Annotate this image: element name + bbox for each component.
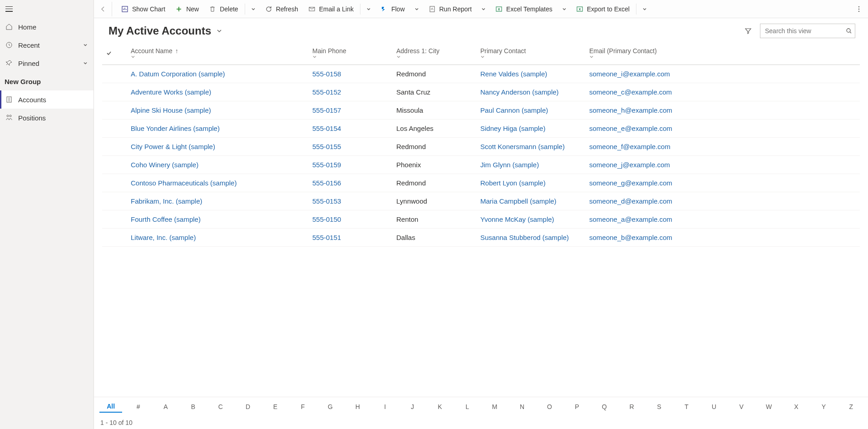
cell-contact[interactable]: Rene Valdes (sample) xyxy=(477,65,586,83)
cell-email[interactable]: someone_h@example.com xyxy=(586,101,860,120)
sidebar-item-pinned[interactable]: Pinned xyxy=(0,54,94,72)
jump-p[interactable]: P xyxy=(566,401,588,412)
table-row[interactable]: Fabrikam, Inc. (sample) 555-0153 Lynnwoo… xyxy=(102,192,860,210)
table-row[interactable]: A. Datum Corporation (sample) 555-0158 R… xyxy=(102,65,860,83)
row-select[interactable] xyxy=(102,65,127,83)
column-header-city[interactable]: Address 1: City xyxy=(393,43,477,65)
cell-contact[interactable]: Jim Glynn (sample) xyxy=(477,156,586,174)
table-row[interactable]: Coho Winery (sample) 555-0159 Phoenix Ji… xyxy=(102,156,860,174)
cell-phone[interactable]: 555-0156 xyxy=(309,174,393,192)
cell-phone[interactable]: 555-0152 xyxy=(309,83,393,101)
table-row[interactable]: Litware, Inc. (sample) 555-0151 Dallas S… xyxy=(102,229,860,247)
cell-email[interactable]: someone_i@example.com xyxy=(586,65,860,83)
table-row[interactable]: Adventure Works (sample) 555-0152 Santa … xyxy=(102,83,860,101)
cell-phone[interactable]: 555-0151 xyxy=(309,229,393,247)
cell-account-name[interactable]: Coho Winery (sample) xyxy=(127,156,309,174)
jump-#[interactable]: # xyxy=(127,401,149,412)
cmd-overflow-button[interactable] xyxy=(852,0,866,18)
jump-g[interactable]: G xyxy=(319,401,341,412)
cmd-run-report[interactable]: Run Report xyxy=(424,0,477,18)
cmd-delete[interactable]: Delete xyxy=(204,0,242,18)
cmd-show-chart[interactable]: Show Chart xyxy=(117,0,170,18)
jump-o[interactable]: O xyxy=(538,401,561,412)
sidebar-item-accounts[interactable]: Accounts xyxy=(0,90,94,109)
cell-account-name[interactable]: Fabrikam, Inc. (sample) xyxy=(127,192,309,210)
select-all-header[interactable] xyxy=(102,43,127,65)
jump-m[interactable]: M xyxy=(483,401,506,412)
cell-email[interactable]: someone_a@example.com xyxy=(586,210,860,229)
sidebar-item-positions[interactable]: Positions xyxy=(0,109,94,127)
cell-phone[interactable]: 555-0153 xyxy=(309,192,393,210)
jump-x[interactable]: X xyxy=(785,401,808,412)
back-button[interactable] xyxy=(98,2,112,16)
cell-email[interactable]: someone_d@example.com xyxy=(586,192,860,210)
cell-contact[interactable]: Yvonne McKay (sample) xyxy=(477,210,586,229)
cell-phone[interactable]: 555-0159 xyxy=(309,156,393,174)
jump-l[interactable]: L xyxy=(456,401,478,412)
jump-i[interactable]: I xyxy=(374,401,396,412)
row-select[interactable] xyxy=(102,83,127,101)
cmd-new[interactable]: New xyxy=(171,0,203,18)
cell-account-name[interactable]: A. Datum Corporation (sample) xyxy=(127,65,309,83)
jump-h[interactable]: H xyxy=(346,401,369,412)
jump-all[interactable]: All xyxy=(99,401,122,413)
cell-email[interactable]: someone_g@example.com xyxy=(586,174,860,192)
cmd-excel-templates[interactable]: X Excel Templates xyxy=(491,0,557,18)
cell-phone[interactable]: 555-0155 xyxy=(309,138,393,156)
jump-w[interactable]: W xyxy=(757,401,780,412)
jump-r[interactable]: R xyxy=(620,401,643,412)
table-row[interactable]: Alpine Ski House (sample) 555-0157 Misso… xyxy=(102,101,860,120)
table-row[interactable]: Contoso Pharmaceuticals (sample) 555-015… xyxy=(102,174,860,192)
cmd-export-chevron[interactable] xyxy=(638,6,651,12)
sidebar-item-home[interactable]: Home xyxy=(0,18,94,36)
jump-a[interactable]: A xyxy=(154,401,177,412)
cell-contact[interactable]: Maria Campbell (sample) xyxy=(477,192,586,210)
jump-e[interactable]: E xyxy=(264,401,286,412)
search-icon[interactable] xyxy=(846,28,852,34)
view-selector-chevron[interactable] xyxy=(216,27,223,35)
sidebar-item-recent[interactable]: Recent xyxy=(0,36,94,54)
column-header-email[interactable]: Email (Primary Contact) xyxy=(586,43,860,65)
cmd-templates-chevron[interactable] xyxy=(558,6,571,12)
cell-email[interactable]: someone_j@example.com xyxy=(586,156,860,174)
jump-v[interactable]: V xyxy=(730,401,753,412)
column-header-main-phone[interactable]: Main Phone xyxy=(309,43,393,65)
search-input[interactable] xyxy=(760,27,858,35)
cell-phone[interactable]: 555-0150 xyxy=(309,210,393,229)
cmd-flow[interactable]: Flow xyxy=(376,0,409,18)
cmd-refresh[interactable]: Refresh xyxy=(261,0,303,18)
column-header-primary-contact[interactable]: Primary Contact xyxy=(477,43,586,65)
row-select[interactable] xyxy=(102,101,127,120)
cmd-report-chevron[interactable] xyxy=(477,6,490,12)
cell-email[interactable]: someone_c@example.com xyxy=(586,83,860,101)
row-select[interactable] xyxy=(102,229,127,247)
table-row[interactable]: Fourth Coffee (sample) 555-0150 Renton Y… xyxy=(102,210,860,229)
cell-account-name[interactable]: Alpine Ski House (sample) xyxy=(127,101,309,120)
row-select[interactable] xyxy=(102,138,127,156)
cell-account-name[interactable]: Litware, Inc. (sample) xyxy=(127,229,309,247)
cell-account-name[interactable]: Blue Yonder Airlines (sample) xyxy=(127,120,309,138)
column-header-account-name[interactable]: Account Name↑ xyxy=(127,43,309,65)
jump-f[interactable]: F xyxy=(291,401,314,412)
row-select[interactable] xyxy=(102,174,127,192)
jump-b[interactable]: B xyxy=(182,401,204,412)
cmd-email-chevron[interactable] xyxy=(362,6,375,12)
view-title[interactable]: My Active Accounts xyxy=(108,25,211,37)
cell-email[interactable]: someone_e@example.com xyxy=(586,120,860,138)
jump-n[interactable]: N xyxy=(511,401,533,412)
row-select[interactable] xyxy=(102,192,127,210)
cell-email[interactable]: someone_f@example.com xyxy=(586,138,860,156)
cell-phone[interactable]: 555-0157 xyxy=(309,101,393,120)
cell-email[interactable]: someone_b@example.com xyxy=(586,229,860,247)
cell-account-name[interactable]: Adventure Works (sample) xyxy=(127,83,309,101)
table-row[interactable]: Blue Yonder Airlines (sample) 555-0154 L… xyxy=(102,120,860,138)
cell-account-name[interactable]: Contoso Pharmaceuticals (sample) xyxy=(127,174,309,192)
cell-contact[interactable]: Susanna Stubberod (sample) xyxy=(477,229,586,247)
jump-d[interactable]: D xyxy=(237,401,259,412)
cell-contact[interactable]: Paul Cannon (sample) xyxy=(477,101,586,120)
cell-contact[interactable]: Robert Lyon (sample) xyxy=(477,174,586,192)
cmd-flow-chevron[interactable] xyxy=(410,6,423,12)
jump-t[interactable]: T xyxy=(675,401,698,412)
jump-c[interactable]: C xyxy=(209,401,232,412)
row-select[interactable] xyxy=(102,156,127,174)
